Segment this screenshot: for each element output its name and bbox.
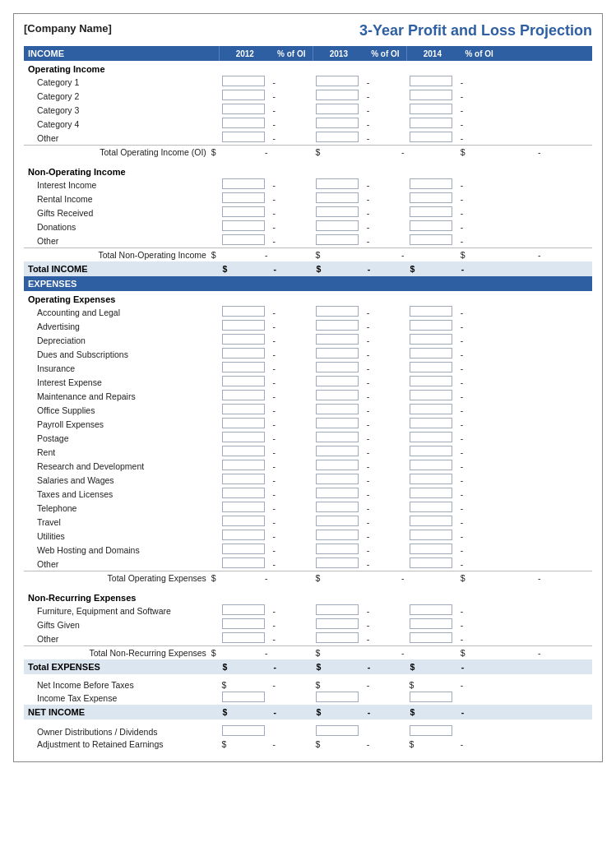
table-row: Office Supplies - - -	[24, 403, 592, 417]
report-header: [Company Name] 3-Year Profit and Loss Pr…	[24, 22, 592, 39]
table-row: Category 4 - - -	[24, 117, 592, 131]
input-c1-2014[interactable]	[410, 76, 452, 86]
input-c1-2012[interactable]	[222, 76, 265, 86]
total-non-recurring-expenses-row: Total Non-Recurring Expenses $ - $ - $ -	[24, 646, 592, 660]
table-row: Interest Expense - - -	[24, 375, 592, 389]
table-row: Advertising - - -	[24, 319, 592, 333]
total-operating-expenses-row: Total Operating Expenses $ - $ - $ -	[24, 571, 592, 585]
table-row: Other - - -	[24, 131, 592, 146]
table-row: Postage - - -	[24, 431, 592, 445]
table-row: Taxes and Licenses - - -	[24, 487, 592, 501]
input-c1-2013[interactable]	[316, 76, 359, 86]
income-tax-row: Income Tax Expense	[24, 691, 592, 705]
col-2014: 2014	[407, 46, 458, 61]
table-row: Research and Development - - -	[24, 459, 592, 473]
main-table: INCOME 2012 % of OI 2013 % of OI 2014 % …	[24, 46, 592, 750]
table-row: Salaries and Wages - - -	[24, 473, 592, 487]
table-row: Web Hosting and Domains - - -	[24, 543, 592, 557]
col-2012: 2012	[220, 46, 271, 61]
non-operating-income-header: Non-Operating Income	[24, 164, 592, 178]
table-row: Travel - - -	[24, 515, 592, 529]
table-row: Other - - -	[24, 557, 592, 571]
operating-income-header: Operating Income	[24, 61, 592, 75]
col-percent-2: % of OI	[364, 46, 407, 61]
owner-distributions-row: Owner Distributions / Dividends	[24, 724, 592, 738]
report-title: 3-Year Profit and Loss Projection	[359, 22, 592, 39]
report-container: [Company Name] 3-Year Profit and Loss Pr…	[13, 13, 603, 762]
expenses-section-header: EXPENSES	[24, 276, 592, 291]
operating-expenses-header: Operating Expenses	[24, 291, 592, 305]
net-before-taxes-row: Net Income Before Taxes $ - $ - $ -	[24, 679, 592, 691]
total-income-row: Total INCOME $ - $ - $ -	[24, 261, 592, 276]
table-row: Utilities - - -	[24, 529, 592, 543]
table-row: Category 1 - - -	[24, 75, 592, 89]
total-non-operating-income-row: Total Non-Operating Income $ - $ - $ -	[24, 248, 592, 262]
non-recurring-expenses-header: Non-Recurring Expenses	[24, 590, 592, 604]
table-row: Insurance - - -	[24, 361, 592, 375]
income-label: INCOME	[28, 49, 64, 58]
table-row: Telephone - - -	[24, 501, 592, 515]
income-section-header: INCOME	[24, 46, 220, 61]
total-operating-income-row: Total Operating Income (OI) $ - $ - $ -	[24, 146, 592, 160]
table-row: Gifts Given - - -	[24, 618, 592, 632]
table-row: Furniture, Equipment and Software - - -	[24, 604, 592, 618]
table-row: Category 2 - - -	[24, 89, 592, 103]
adjustment-row: Adjustment to Retained Earnings $ - $ - …	[24, 738, 592, 750]
col-percent-1: % of OI	[271, 46, 313, 61]
table-row: Accounting and Legal - - -	[24, 305, 592, 319]
net-income-row: NET INCOME $ - $ - $ -	[24, 705, 592, 719]
table-row: Category 3 - - -	[24, 103, 592, 117]
table-row: Donations - - -	[24, 220, 592, 234]
col-2013: 2013	[313, 46, 364, 61]
table-row: Gifts Received - - -	[24, 206, 592, 220]
table-row: Other - - -	[24, 234, 592, 248]
table-row: Dues and Subscriptions - - -	[24, 347, 592, 361]
table-row: Payroll Expenses - - -	[24, 417, 592, 431]
table-row: Rental Income - - -	[24, 192, 592, 206]
total-expenses-row: Total EXPENSES $ - $ - $ -	[24, 659, 592, 674]
table-row: Other - - -	[24, 632, 592, 646]
table-row: Interest Income - - -	[24, 178, 592, 192]
table-row: Depreciation - - -	[24, 333, 592, 347]
col-percent-3: % of OI	[458, 46, 501, 61]
table-row: Rent - - -	[24, 445, 592, 459]
table-row: Maintenance and Repairs - - -	[24, 389, 592, 403]
company-name: [Company Name]	[24, 22, 112, 35]
